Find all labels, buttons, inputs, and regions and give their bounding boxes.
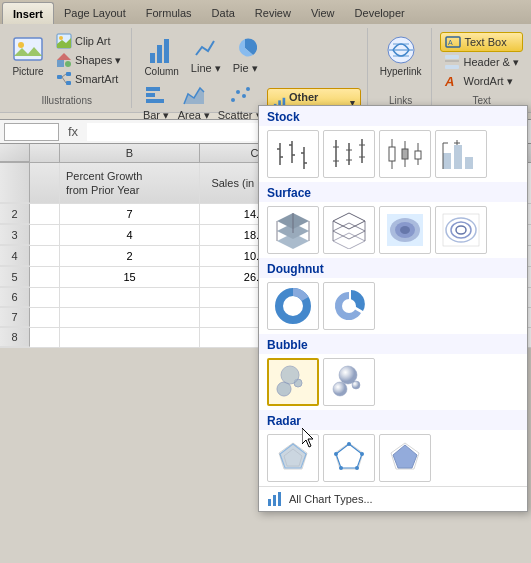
svg-rect-61 [415,151,421,159]
cell-a2[interactable] [30,204,60,224]
cell-a5[interactable] [30,267,60,287]
stock-chart-vol[interactable] [435,130,487,178]
line-chart-button[interactable]: Line ▾ [187,36,225,76]
tab-review[interactable]: Review [245,2,301,24]
doughnut-chart[interactable] [267,282,319,330]
wordart-icon: A [444,73,460,89]
cell-b4[interactable]: 2 [60,246,200,266]
stock-chart-candlestick[interactable] [379,130,431,178]
row-num-7: 7 [0,308,30,327]
picture-button[interactable]: Picture [8,32,48,79]
hyperlink-button[interactable]: Hyperlink [376,32,426,79]
svg-rect-10 [66,72,71,76]
svg-rect-14 [150,53,155,63]
svg-marker-76 [333,223,365,239]
svg-line-13 [62,77,66,83]
cell-b3[interactable]: 4 [60,225,200,245]
wordart-label: WordArt ▾ [463,75,512,88]
radar-chart-filled[interactable] [379,434,431,482]
cell-b2[interactable]: 7 [60,204,200,224]
svg-rect-111 [278,492,281,506]
chart-type-dropdown: Stock [258,105,528,512]
shapes-button[interactable]: Shapes ▾ [52,51,125,69]
surface-chart-3d[interactable] [267,206,319,254]
svg-point-83 [400,226,410,234]
scatter-chart-button[interactable]: Scatter ▾ [216,83,263,123]
clip-art-icon [56,33,72,49]
svg-rect-9 [57,75,62,79]
scatter-label: Scatter ▾ [218,109,262,122]
area-chart-button[interactable]: Area ▾ [176,83,213,123]
header-footer-icon [444,54,460,70]
pie-chart-button[interactable]: Pie ▾ [229,36,262,76]
col-header-b[interactable]: B [60,144,200,162]
svg-point-89 [286,299,300,313]
header-footer-button[interactable]: Header & ▾ [440,53,523,71]
cell-a4[interactable] [30,246,60,266]
doughnut-chart-exploded[interactable] [323,282,375,330]
col-header-a [30,144,60,162]
clip-art-button[interactable]: Clip Art [52,32,125,50]
svg-text:A: A [444,74,454,89]
picture-label: Picture [12,66,43,77]
svg-line-12 [62,74,66,77]
ribbon-content: Picture Clip Art Shapes ▾ [0,24,531,112]
svg-rect-62 [443,153,451,169]
text-box-button[interactable]: A Text Box [440,32,523,52]
shapes-label: Shapes ▾ [75,54,121,67]
column-chart-button[interactable]: Column [140,32,182,79]
svg-point-102 [347,442,351,446]
tab-view[interactable]: View [301,2,345,24]
surface-chart-contour[interactable] [379,206,431,254]
radar-chart[interactable] [267,434,319,482]
bubble-chart-3d[interactable] [323,358,375,406]
svg-point-21 [231,98,235,102]
cell-a1[interactable] [30,163,60,203]
text-col: A Text Box Header & ▾ A Wo [440,32,523,90]
stock-chart-grid [259,126,527,182]
bubble-chart-grid [259,354,527,410]
cell-b1[interactable]: Percent Growthfrom Prior Year [60,163,200,203]
illustrations-col: Clip Art Shapes ▾ SmartArt [52,32,125,88]
wordart-button[interactable]: A WordArt ▾ [440,72,523,90]
bubble-chart[interactable] [267,358,319,406]
stock-chart-ohlc[interactable] [267,130,319,178]
surface-chart-wireframe[interactable] [323,206,375,254]
svg-point-1 [18,42,24,48]
radar-chart-markers[interactable] [323,434,375,482]
text-box-label: Text Box [464,36,506,48]
clip-art-label: Clip Art [75,35,110,47]
bar-label: Bar ▾ [143,109,169,122]
surface-chart-contour-wire[interactable] [435,206,487,254]
pie-chart-icon [233,37,257,59]
cell-a3[interactable] [30,225,60,245]
line-chart-icon [194,37,218,59]
line-label: Line ▾ [191,62,221,75]
tab-data[interactable]: Data [202,2,245,24]
tab-insert[interactable]: Insert [2,2,54,24]
column-label: Column [144,66,178,77]
surface-chart-grid [259,202,527,258]
radar-chart-grid [259,430,527,486]
svg-point-106 [334,452,338,456]
svg-marker-100 [335,443,363,469]
row-num-6: 6 [0,288,30,307]
svg-text:A: A [448,39,453,46]
name-box[interactable] [4,123,59,141]
all-chart-types-button[interactable]: All Chart Types... [259,486,527,511]
tab-developer[interactable]: Developer [345,2,415,24]
svg-marker-77 [333,213,365,229]
svg-marker-101 [336,444,362,468]
tab-page-layout[interactable]: Page Layout [54,2,136,24]
area-label: Area ▾ [178,109,210,122]
smartart-button[interactable]: SmartArt [52,70,125,88]
svg-point-94 [333,382,347,396]
svg-rect-6 [57,60,64,67]
svg-rect-15 [157,45,162,63]
stock-section-label: Stock [259,106,527,126]
cell-b5[interactable]: 15 [60,267,200,287]
stock-chart-hlc[interactable] [323,130,375,178]
bar-chart-button[interactable]: Bar ▾ [140,83,171,123]
svg-rect-59 [402,149,408,159]
tab-formulas[interactable]: Formulas [136,2,202,24]
